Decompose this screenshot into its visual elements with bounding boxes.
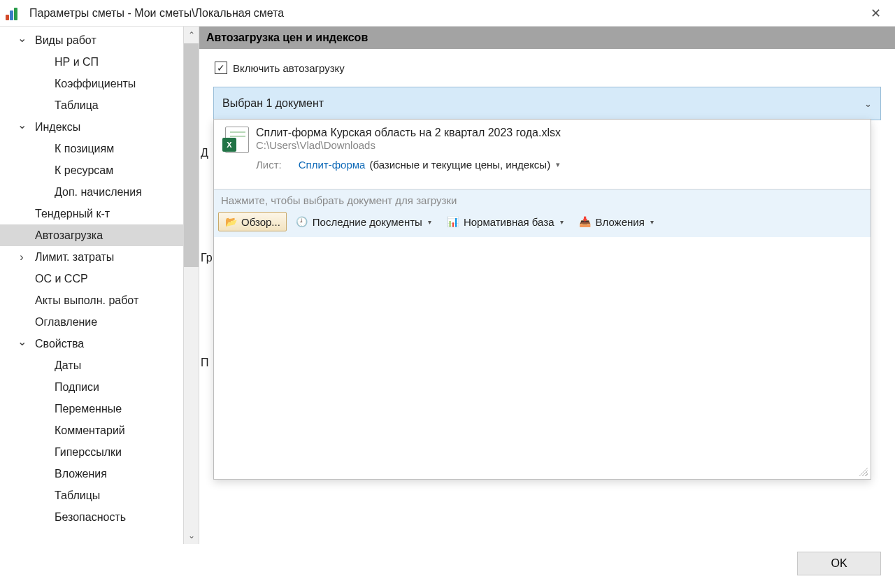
sidebar-item-label: Безопасность bbox=[55, 511, 126, 524]
dropdown-caret-icon: ▾ bbox=[428, 218, 431, 226]
chevron-down-icon: ⌄ bbox=[864, 99, 872, 109]
dialog-footer: OK bbox=[0, 544, 895, 583]
excel-file-icon: X bbox=[222, 127, 249, 153]
chevron-down-icon[interactable] bbox=[14, 120, 29, 134]
sidebar-item[interactable]: Даты bbox=[0, 354, 183, 376]
sidebar-item-label: Тендерный к-т bbox=[35, 208, 110, 220]
checkbox-icon[interactable]: ✓ bbox=[215, 62, 227, 74]
document-selector-label: Выбран 1 документ bbox=[222, 97, 324, 110]
sidebar-item[interactable]: Безопасность bbox=[0, 506, 183, 528]
sidebar-item-label: Акты выполн. работ bbox=[35, 294, 138, 307]
dropdown-caret-icon: ▾ bbox=[556, 160, 560, 169]
sidebar-item[interactable]: Оглавление bbox=[0, 311, 183, 333]
sheet-selector[interactable]: Лист: Сплит-форма (базисные и текущие це… bbox=[256, 159, 862, 171]
file-path: C:\Users\Vlad\Downloads bbox=[256, 139, 561, 151]
sidebar-item-label: Доп. начисления bbox=[55, 186, 142, 199]
sidebar-item[interactable]: Переменные bbox=[0, 398, 183, 420]
enable-autoload-label: Включить автозагрузку bbox=[233, 62, 345, 74]
sidebar-item-label: Автозагрузка bbox=[35, 229, 103, 242]
browse-button[interactable]: Обзор... bbox=[218, 212, 287, 231]
sidebar-item-label: Лимит. затраты bbox=[35, 251, 114, 264]
sheet-link[interactable]: Сплит-форма bbox=[299, 159, 366, 171]
sidebar-item-label: К позициям bbox=[55, 143, 114, 155]
sidebar-item[interactable]: Автозагрузка bbox=[0, 224, 183, 246]
sidebar-item-label: Таблица bbox=[55, 99, 99, 112]
ok-button[interactable]: OK bbox=[797, 552, 881, 575]
sidebar-item[interactable]: Гиперссылки bbox=[0, 441, 183, 463]
clock-icon bbox=[296, 215, 308, 228]
sheet-label: Лист: bbox=[256, 159, 282, 171]
sidebar-item-label: Даты bbox=[55, 359, 81, 372]
sidebar-item[interactable]: Таблица bbox=[0, 94, 183, 116]
attachment-icon bbox=[579, 215, 592, 228]
title-bar: Параметры сметы - Мои сметы\Локальная см… bbox=[0, 0, 895, 27]
sidebar-item-label: ОС и ССР bbox=[35, 273, 88, 285]
scroll-up-icon[interactable]: ⌃ bbox=[184, 27, 199, 43]
sidebar-item[interactable]: Вложения bbox=[0, 463, 183, 485]
sidebar-item-label: Вложения bbox=[55, 468, 107, 480]
dropdown-caret-icon: ▾ bbox=[650, 218, 654, 226]
sidebar-tree: Виды работНР и СПКоэффициентыТаблицаИнде… bbox=[0, 27, 183, 544]
sidebar-item[interactable]: Виды работ bbox=[0, 29, 183, 51]
sidebar-item-label: Коэффициенты bbox=[55, 78, 136, 90]
document-dropdown-panel: X Сплит-форма Курская область на 2 кварт… bbox=[213, 119, 871, 480]
scroll-thumb[interactable] bbox=[184, 43, 199, 267]
scroll-down-icon[interactable]: ⌄ bbox=[184, 527, 199, 544]
folder-icon bbox=[224, 215, 237, 228]
sidebar-item[interactable]: Доп. начисления bbox=[0, 181, 183, 203]
sidebar-item-label: К ресурсам bbox=[55, 164, 113, 177]
dropdown-caret-icon: ▾ bbox=[560, 218, 564, 226]
sidebar-item-label: Оглавление bbox=[35, 316, 97, 329]
database-icon bbox=[447, 215, 459, 228]
resize-grip-icon[interactable] bbox=[858, 466, 868, 476]
sidebar-item[interactable]: ОС и ССР bbox=[0, 268, 183, 289]
sheet-description: (базисные и текущие цены, индексы) bbox=[369, 159, 550, 171]
close-button[interactable]: ✕ bbox=[861, 0, 889, 27]
sidebar-item[interactable]: Индексы bbox=[0, 116, 183, 138]
sidebar-item[interactable]: Лимит. затраты bbox=[0, 246, 183, 268]
sidebar-item[interactable]: Коэффициенты bbox=[0, 73, 183, 94]
sidebar-item-label: Гиперссылки bbox=[55, 446, 122, 459]
chevron-down-icon[interactable] bbox=[14, 34, 29, 47]
file-name: Сплит-форма Курская область на 2 квартал… bbox=[256, 127, 561, 139]
sidebar-item[interactable]: Комментарий bbox=[0, 420, 183, 441]
sidebar-item-label: Комментарий bbox=[55, 424, 125, 437]
selected-file-row[interactable]: X Сплит-форма Курская область на 2 кварт… bbox=[222, 127, 862, 153]
sidebar-item-label: Таблицы bbox=[55, 489, 100, 502]
sidebar-item-label: Индексы bbox=[35, 121, 80, 134]
sidebar-item-label: Подписи bbox=[55, 381, 99, 394]
sidebar-item-label: Свойства bbox=[35, 338, 84, 350]
sidebar-item[interactable]: Тендерный к-т bbox=[0, 203, 183, 224]
chevron-down-icon[interactable] bbox=[14, 337, 29, 350]
normative-base-button[interactable]: Нормативная база ▾ bbox=[441, 212, 570, 231]
sidebar-item[interactable]: НР и СП bbox=[0, 51, 183, 73]
sidebar-item[interactable]: К ресурсам bbox=[0, 159, 183, 181]
sidebar-item[interactable]: Подписи bbox=[0, 376, 183, 398]
sidebar-item-label: Виды работ bbox=[35, 34, 96, 47]
attachments-button[interactable]: Вложения ▾ bbox=[573, 212, 660, 231]
sidebar-item[interactable]: Свойства bbox=[0, 333, 183, 354]
window-title: Параметры сметы - Мои сметы\Локальная см… bbox=[29, 7, 861, 20]
sidebar-item-label: НР и СП bbox=[55, 56, 99, 69]
sidebar-item[interactable]: Таблицы bbox=[0, 485, 183, 506]
sidebar-item[interactable]: Акты выполн. работ bbox=[0, 289, 183, 311]
sidebar-scrollbar[interactable]: ⌃ ⌄ bbox=[183, 27, 199, 544]
document-toolbar: Обзор... Последние документы ▾ Нормативн… bbox=[214, 209, 871, 237]
sidebar-item-label: Переменные bbox=[55, 403, 122, 415]
enable-autoload-checkbox[interactable]: ✓ Включить автозагрузку bbox=[215, 62, 881, 74]
background-section-initials: Д Гр П bbox=[201, 147, 213, 461]
chevron-right-icon[interactable] bbox=[14, 251, 29, 264]
section-header: Автозагрузка цен и индексов bbox=[199, 27, 895, 49]
app-icon bbox=[6, 6, 24, 20]
recent-documents-button[interactable]: Последние документы ▾ bbox=[289, 212, 438, 231]
dropdown-hint: Нажмите, чтобы выбрать документ для загр… bbox=[214, 190, 871, 209]
sidebar-item[interactable]: К позициям bbox=[0, 138, 183, 159]
document-selector-bar[interactable]: Выбран 1 документ ⌄ bbox=[213, 87, 881, 120]
